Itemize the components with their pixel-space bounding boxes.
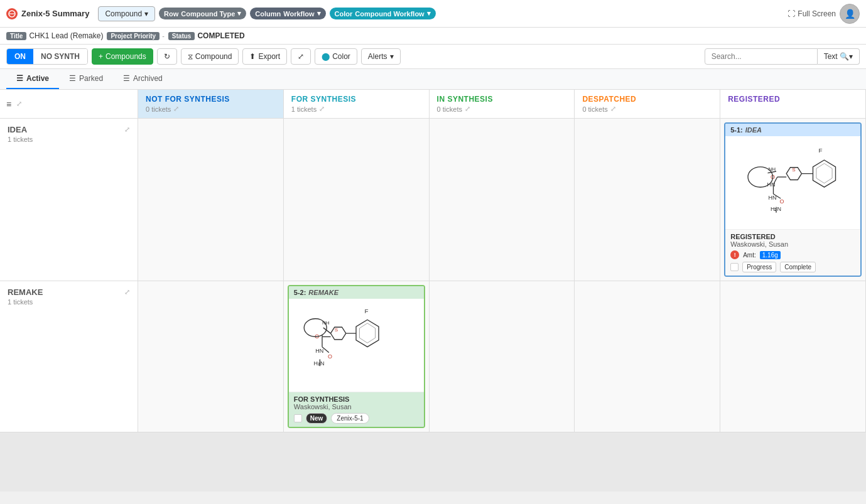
title-label: Title <box>6 32 26 40</box>
card-label-5-2: REMAKE <box>308 289 338 296</box>
compound-filter-btn[interactable]: ⧖ Compound <box>181 48 239 65</box>
svg-text:H₂N: H₂N <box>314 360 325 367</box>
card-footer-5-1: REGISTERED Waskowski, Susan ! Amt: 1.16g… <box>725 229 860 276</box>
checkbox-5-1[interactable] <box>730 263 739 271</box>
cell-idea-despatched <box>575 119 720 281</box>
search-type-btn[interactable]: Text 🔍▾ <box>818 48 860 65</box>
color-badge[interactable]: Color Compound Workflow ▾ <box>330 8 436 19</box>
cell-idea-not-for-synthesis <box>138 119 284 281</box>
export-btn[interactable]: ⬆ Export <box>242 48 287 65</box>
share-btn[interactable]: ⤢ <box>291 48 311 65</box>
svg-text:O: O <box>328 353 332 360</box>
footer-title-5-2: FOR SYNTHESIS <box>294 395 419 403</box>
col-header-in-synthesis: IN SYNTHESIS 0 tickets ⤢ <box>430 90 575 118</box>
svg-text:S: S <box>335 327 338 333</box>
row-badge[interactable]: Row Compound Type ▾ <box>159 8 246 19</box>
hamburger-icon[interactable]: ≡ <box>6 99 11 109</box>
col-tickets-in-synthesis: 0 tickets ⤢ <box>437 105 567 113</box>
expand-col3-icon[interactable]: ⤢ <box>610 105 616 113</box>
app-logo[interactable]: Zenix-5 Summary <box>6 8 94 19</box>
color-dropdown-icon: ▾ <box>427 9 431 18</box>
zenix-link-5-2[interactable]: Zenix-5-1 <box>331 413 369 424</box>
refresh-btn[interactable]: ↻ <box>157 48 177 65</box>
molecule-svg-5-2: F S O <box>300 301 413 389</box>
compound-filter-label: Compound <box>195 52 232 61</box>
col-type-label: Workflow <box>283 10 314 18</box>
card-header-5-2: 5-2: REMAKE <box>289 286 424 299</box>
avatar-icon: 👤 <box>845 9 855 19</box>
tab-archived[interactable]: ☰ Archived <box>113 69 173 89</box>
col-header-not-for-synthesis: NOT FOR SYNTHESIS 0 tickets ⤢ <box>138 90 284 118</box>
color-label: Color <box>335 10 353 18</box>
svg-marker-15 <box>360 323 376 343</box>
nosynth-btn[interactable]: NO SYNTH <box>33 49 87 64</box>
alerts-btn[interactable]: Alerts ▾ <box>361 48 401 65</box>
compound-card-5-1[interactable]: 5-1: IDEA F <box>724 122 862 277</box>
fullscreen-icon: ⛶ <box>788 9 795 18</box>
compound-card-5-2[interactable]: 5-2: REMAKE F <box>288 285 425 428</box>
user-avatar[interactable]: 👤 <box>840 4 860 24</box>
footer-btns-5-1: Progress Complete <box>730 262 855 272</box>
cell-idea-in-synthesis <box>430 119 575 281</box>
compounds-label: Compounds <box>106 52 146 61</box>
on-btn[interactable]: ON <box>7 49 33 64</box>
app-title: Zenix-5 Summary <box>21 9 89 18</box>
compounds-btn[interactable]: + Compounds <box>92 48 153 65</box>
card-header-5-1: 5-1: IDEA <box>725 124 860 136</box>
progress-btn-5-1[interactable]: Progress <box>742 262 776 272</box>
card-footer-5-2: FOR SYNTHESIS Waskowski, Susan New Zenix… <box>289 392 424 427</box>
search-input[interactable] <box>705 48 818 65</box>
cell-remake-despatched <box>575 281 720 432</box>
remake-expand-icon[interactable]: ⤢ <box>124 288 130 296</box>
idea-expand-icon[interactable]: ⤢ <box>124 126 130 134</box>
share-icon: ⤢ <box>298 52 304 61</box>
col-header-registered: REGISTERED <box>720 90 866 118</box>
row-label-header: ≡ ⤢ <box>0 90 138 118</box>
col-title-registered: REGISTERED <box>728 95 858 104</box>
tab-parked[interactable]: ☰ Parked <box>59 69 113 89</box>
tab-active[interactable]: ☰ Active <box>6 69 59 89</box>
filter-icon: ⧖ <box>188 52 193 61</box>
alerts-dropdown-icon: ▾ <box>390 52 394 61</box>
col-tickets-not-for-synthesis: 0 tickets ⤢ <box>146 105 276 113</box>
svg-text:HN: HN <box>315 348 323 354</box>
logo-icon <box>6 8 18 19</box>
cell-idea-registered: 5-1: IDEA F <box>720 119 866 281</box>
expand-col0-icon[interactable]: ⤢ <box>173 105 179 113</box>
color-btn[interactable]: ⬤ Color <box>315 48 357 65</box>
col-badge[interactable]: Column Workflow ▾ <box>250 8 325 19</box>
tabs-row: ☰ Active ☰ Parked ☰ Archived <box>0 69 866 90</box>
card-label-5-1: IDEA <box>745 126 762 134</box>
archived-tab-label: Archived <box>133 74 163 83</box>
fullscreen-btn[interactable]: ⛶ Full Screen <box>788 9 836 18</box>
board-row-idea: IDEA ⤢ 1 tickets 5-1: <box>0 119 866 281</box>
cell-remake-registered <box>720 281 866 432</box>
cell-idea-for-synthesis <box>284 119 430 281</box>
col-title-despatched: DESPATCHED <box>582 95 712 104</box>
compound-nav-btn[interactable]: Compound ▾ <box>98 6 155 21</box>
color-type-label: Compound Workflow <box>355 10 424 18</box>
svg-text:F: F <box>365 308 369 314</box>
expand-all-icon[interactable]: ⤢ <box>16 100 22 108</box>
red-circle-5-1: ! <box>730 250 739 259</box>
plus-icon: + <box>99 52 103 61</box>
dropdown-icon: ▾ <box>144 9 148 18</box>
row-label: Row <box>164 10 178 18</box>
row-label-remake: REMAKE ⤢ 1 tickets <box>0 281 138 432</box>
footer-title-5-1: REGISTERED <box>730 233 855 240</box>
checkbox-5-2[interactable] <box>294 414 302 422</box>
complete-btn-5-1[interactable]: Complete <box>780 262 816 272</box>
color-swatch-icon: ⬤ <box>322 52 330 61</box>
card-id-5-2: 5-2: <box>294 289 306 296</box>
color-label: Color <box>332 52 350 61</box>
parked-tab-icon: ☰ <box>69 74 76 83</box>
fullscreen-label: Full Screen <box>798 9 836 18</box>
top-nav: Zenix-5 Summary Compound ▾ Row Compound … <box>0 0 866 28</box>
board: ≡ ⤢ NOT FOR SYNTHESIS 0 tickets ⤢ FOR SY… <box>0 90 866 491</box>
col-headers-row: ≡ ⤢ NOT FOR SYNTHESIS 0 tickets ⤢ FOR SY… <box>0 90 866 119</box>
col-tickets-for-synthesis: 1 tickets ⤢ <box>291 105 421 113</box>
title-meta: Title CHK1 Lead (Remake) <box>6 31 103 40</box>
expand-col2-icon[interactable]: ⤢ <box>465 105 470 113</box>
col-label: Column <box>255 10 281 18</box>
expand-col1-icon[interactable]: ⤢ <box>319 105 325 113</box>
